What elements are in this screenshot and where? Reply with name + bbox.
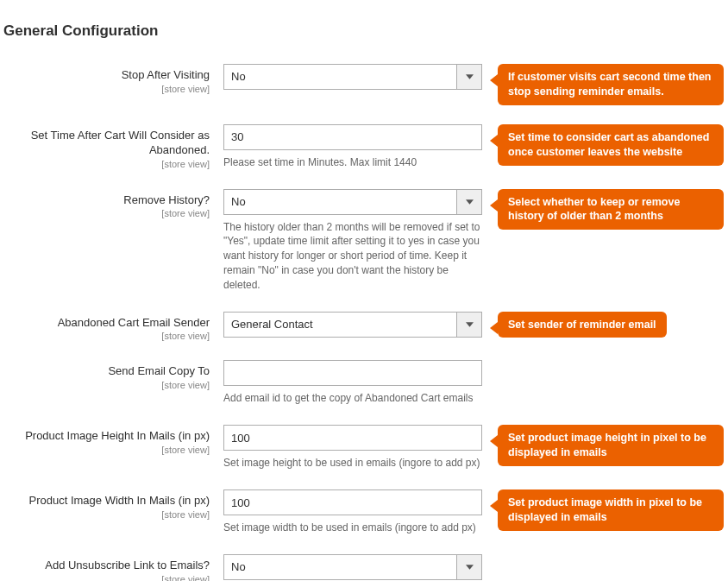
label-stop-after: Stop After Visiting bbox=[3, 68, 210, 83]
callout-email-sender: Set sender of reminder email bbox=[498, 312, 667, 338]
label-email-sender: Abandoned Cart Email Sender bbox=[3, 316, 210, 331]
email-copy-input[interactable] bbox=[223, 360, 482, 386]
section-title: General Configuration bbox=[3, 9, 725, 40]
label-email-copy: Send Email Copy To bbox=[3, 364, 210, 379]
field-set-time: Set Time After Cart Will Consider as Aba… bbox=[3, 124, 725, 170]
field-img-width: Product Image Width In Mails (in px) [st… bbox=[3, 489, 725, 535]
chevron-down-icon[interactable] bbox=[456, 189, 482, 215]
scope-label: [store view] bbox=[3, 574, 210, 581]
label-unsubscribe: Add Unsubscribe Link to Emails? bbox=[3, 559, 210, 573]
help-set-time: Please set time in Minutes. Max limit 14… bbox=[223, 155, 482, 170]
field-unsubscribe: Add Unsubscribe Link to Emails? [store v… bbox=[3, 554, 725, 581]
callout-img-height: Set product image height in pixel to be … bbox=[498, 425, 724, 466]
help-email-copy: Add email id to get the copy of Abandone… bbox=[223, 391, 482, 406]
chevron-down-icon[interactable] bbox=[456, 64, 482, 90]
email-sender-select[interactable]: General Contact bbox=[223, 312, 482, 338]
email-sender-value[interactable]: General Contact bbox=[223, 312, 456, 338]
scope-label: [store view] bbox=[3, 208, 210, 218]
set-time-input[interactable] bbox=[223, 124, 482, 150]
scope-label: [store view] bbox=[3, 159, 210, 169]
stop-after-select[interactable]: No bbox=[223, 64, 482, 90]
img-height-input[interactable] bbox=[223, 425, 482, 451]
label-img-width: Product Image Width In Mails (in px) bbox=[3, 494, 210, 508]
stop-after-value[interactable]: No bbox=[223, 64, 456, 90]
label-set-time: Set Time After Cart Will Consider as Aba… bbox=[3, 129, 210, 158]
remove-history-value[interactable]: No bbox=[223, 189, 456, 215]
remove-history-select[interactable]: No bbox=[223, 189, 482, 215]
help-img-width: Set image width to be used in emails (in… bbox=[223, 521, 482, 535]
callout-remove-history: Select whether to keep or remove history… bbox=[498, 189, 724, 231]
scope-label: [store view] bbox=[3, 331, 210, 341]
callout-img-width: Set product image width in pixel to be d… bbox=[498, 489, 724, 531]
field-email-copy: Send Email Copy To [store view] Add emai… bbox=[3, 360, 725, 406]
img-width-input[interactable] bbox=[223, 489, 482, 515]
field-remove-history: Remove History? [store view] No The hist… bbox=[3, 189, 725, 293]
unsubscribe-value[interactable]: No bbox=[223, 554, 456, 580]
field-img-height: Product Image Height In Mails (in px) [s… bbox=[3, 425, 725, 470]
chevron-down-icon[interactable] bbox=[456, 312, 482, 338]
label-img-height: Product Image Height In Mails (in px) bbox=[3, 429, 210, 444]
scope-label: [store view] bbox=[3, 380, 210, 390]
label-remove-history: Remove History? bbox=[3, 193, 210, 208]
chevron-down-icon[interactable] bbox=[456, 554, 482, 580]
field-stop-after: Stop After Visiting [store view] No If c… bbox=[3, 64, 725, 105]
help-remove-history: The history older than 2 months will be … bbox=[223, 220, 482, 293]
field-email-sender: Abandoned Cart Email Sender [store view]… bbox=[3, 312, 725, 342]
callout-stop-after: If customer visits cart second time then… bbox=[498, 64, 724, 105]
scope-label: [store view] bbox=[3, 509, 210, 520]
scope-label: [store view] bbox=[3, 84, 210, 94]
help-img-height: Set image height to be used in emails (i… bbox=[223, 456, 482, 470]
scope-label: [store view] bbox=[3, 445, 210, 455]
callout-set-time: Set time to consider cart as abandoned o… bbox=[498, 124, 724, 166]
unsubscribe-select[interactable]: No bbox=[223, 554, 482, 580]
